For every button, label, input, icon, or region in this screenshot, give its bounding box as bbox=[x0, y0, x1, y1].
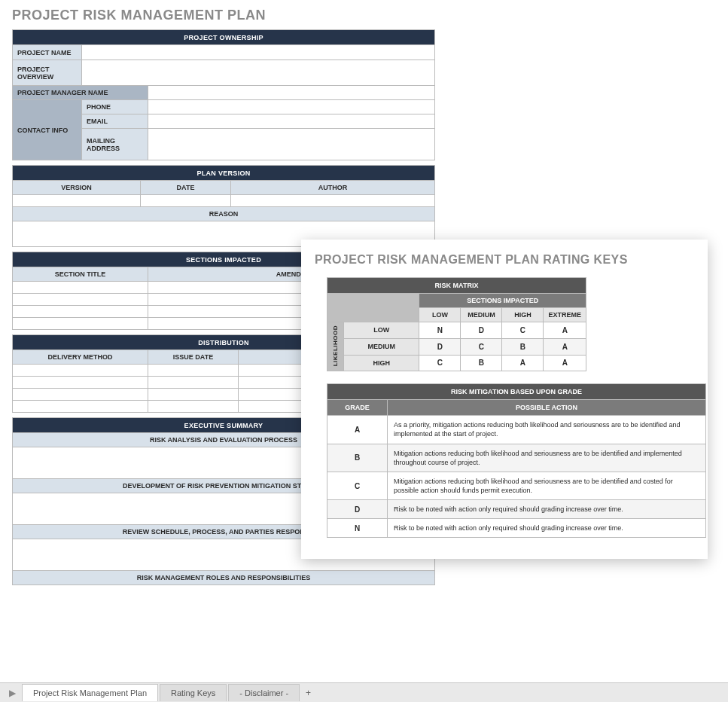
version-col: VERSION bbox=[13, 181, 141, 195]
exec-sub4: RISK MANAGEMENT ROLES AND RESPONSIBILITI… bbox=[13, 571, 435, 585]
delivery-col: DELIVERY METHOD bbox=[13, 350, 148, 365]
author-input[interactable] bbox=[231, 195, 435, 207]
matrix-col-extreme: EXTREME bbox=[544, 308, 586, 322]
mailing-input[interactable] bbox=[148, 129, 435, 160]
grade-cell: D bbox=[327, 500, 388, 519]
matrix-cell: B bbox=[502, 338, 544, 355]
table-row[interactable] bbox=[13, 365, 148, 377]
mitigation-header: RISK MITIGATION BASED UPON GRADE bbox=[327, 384, 706, 400]
popup-title: PROJECT RISK MANAGEMENT PLAN RATING KEYS bbox=[315, 253, 694, 267]
table-row[interactable] bbox=[148, 365, 239, 377]
page-title: PROJECT RISK MANAGEMENT PLAN bbox=[12, 8, 728, 23]
mailing-label: MAILING ADDRESS bbox=[82, 129, 148, 160]
mitigation-table: RISK MITIGATION BASED UPON GRADE GRADE P… bbox=[327, 383, 706, 538]
table-row[interactable] bbox=[13, 282, 148, 294]
section-title-col: SECTION TITLE bbox=[13, 267, 148, 282]
project-name-input[interactable] bbox=[82, 45, 435, 60]
tab-disclaimer[interactable]: - Disclaimer - bbox=[228, 684, 300, 701]
author-col: AUTHOR bbox=[231, 181, 435, 195]
matrix-cell: N bbox=[419, 322, 461, 339]
email-label: EMAIL bbox=[82, 114, 148, 129]
action-cell: As a priority, mitigation actions reduci… bbox=[388, 416, 706, 444]
table-row[interactable] bbox=[148, 377, 239, 389]
matrix-cell: A bbox=[502, 355, 544, 371]
project-manager-input[interactable] bbox=[148, 86, 435, 100]
phone-label: PHONE bbox=[82, 100, 148, 114]
action-cell: Risk to be noted with action only requir… bbox=[388, 519, 706, 538]
tab-rating-keys[interactable]: Rating Keys bbox=[160, 684, 227, 701]
project-overview-label: PROJECT OVERVIEW bbox=[13, 60, 82, 86]
project-overview-input[interactable] bbox=[82, 60, 435, 86]
grade-cell: N bbox=[327, 519, 388, 538]
plan-version-header: PLAN VERSION bbox=[13, 166, 435, 181]
reason-header: REASON bbox=[13, 207, 435, 221]
table-row[interactable] bbox=[148, 389, 239, 401]
matrix-row-medium: MEDIUM bbox=[344, 338, 419, 355]
matrix-impact-header: SECTIONS IMPACTED bbox=[419, 294, 586, 308]
matrix-cell: D bbox=[419, 338, 461, 355]
ownership-header: PROJECT OWNERSHIP bbox=[13, 30, 435, 45]
issue-date-col: ISSUE DATE bbox=[148, 350, 239, 365]
matrix-row-high: HIGH bbox=[344, 355, 419, 371]
sheet-nav-icon[interactable]: ▶ bbox=[5, 688, 20, 698]
rating-keys-popup: PROJECT RISK MANAGEMENT PLAN RATING KEYS… bbox=[301, 240, 708, 559]
matrix-cell: D bbox=[461, 322, 502, 339]
version-input[interactable] bbox=[13, 195, 141, 207]
matrix-col-low: LOW bbox=[419, 308, 461, 322]
table-row[interactable] bbox=[13, 377, 148, 389]
matrix-col-medium: MEDIUM bbox=[461, 308, 502, 322]
risk-matrix-header: RISK MATRIX bbox=[327, 278, 586, 294]
add-sheet-button[interactable]: + bbox=[306, 688, 311, 698]
matrix-cell: B bbox=[461, 355, 502, 371]
action-col: POSSIBLE ACTION bbox=[388, 400, 706, 416]
project-name-label: PROJECT NAME bbox=[13, 45, 82, 60]
contact-info-label: CONTACT INFO bbox=[13, 100, 82, 160]
action-cell: Risk to be noted with action only requir… bbox=[388, 500, 706, 519]
grade-col: GRADE bbox=[327, 400, 388, 416]
plan-version-table: PLAN VERSION VERSION DATE AUTHOR REASON bbox=[12, 165, 435, 247]
matrix-corner bbox=[327, 294, 419, 322]
matrix-cell: A bbox=[544, 338, 586, 355]
matrix-row-low: LOW bbox=[344, 322, 419, 339]
matrix-cell: C bbox=[419, 355, 461, 371]
phone-input[interactable] bbox=[148, 100, 435, 114]
risk-matrix-table: RISK MATRIX SECTIONS IMPACTED LOW MEDIUM… bbox=[327, 277, 586, 371]
table-row[interactable] bbox=[13, 401, 148, 413]
table-row[interactable] bbox=[13, 294, 148, 306]
matrix-cell: A bbox=[544, 322, 586, 339]
tab-project-risk[interactable]: Project Risk Management Plan bbox=[22, 684, 158, 701]
matrix-cell: C bbox=[461, 338, 502, 355]
sheet-tab-bar: ▶ Project Risk Management Plan Rating Ke… bbox=[0, 682, 728, 702]
matrix-col-high: HIGH bbox=[502, 308, 544, 322]
matrix-cell: C bbox=[502, 322, 544, 339]
matrix-cell: A bbox=[544, 355, 586, 371]
date-input[interactable] bbox=[141, 195, 231, 207]
table-row[interactable] bbox=[13, 306, 148, 318]
grade-cell: B bbox=[327, 444, 388, 472]
email-input[interactable] bbox=[148, 114, 435, 129]
table-row[interactable] bbox=[13, 318, 148, 330]
date-col: DATE bbox=[141, 181, 231, 195]
grade-cell: C bbox=[327, 472, 388, 499]
table-row[interactable] bbox=[148, 401, 239, 413]
matrix-likelihood-label: LIKELIHOOD bbox=[327, 322, 344, 371]
action-cell: Mitigation actions reducing both likelih… bbox=[388, 472, 706, 499]
table-row[interactable] bbox=[13, 389, 148, 401]
action-cell: Mitigation actions reducing both likelih… bbox=[388, 444, 706, 472]
grade-cell: A bbox=[327, 416, 388, 444]
project-manager-label: PROJECT MANAGER NAME bbox=[13, 86, 148, 100]
project-ownership-table: PROJECT OWNERSHIP PROJECT NAME PROJECT O… bbox=[12, 29, 435, 160]
